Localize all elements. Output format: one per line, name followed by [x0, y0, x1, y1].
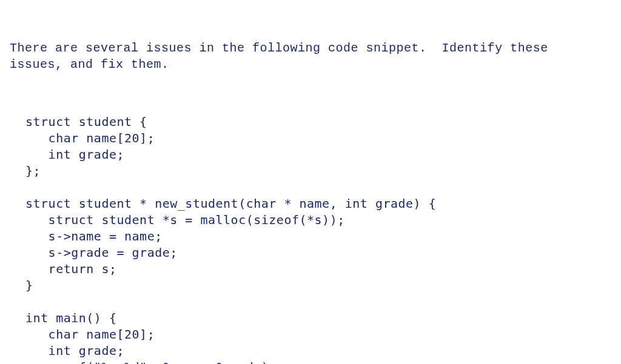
code-line: struct student *s = malloc(sizeof(*s)); — [25, 213, 345, 227]
prompt-line-2: issues, and fix them. — [10, 58, 169, 71]
code-line: return s; — [25, 262, 117, 276]
code-line: s->grade = grade; — [25, 245, 178, 260]
prompt-line-1: There are several issues in the followin… — [10, 41, 548, 55]
page: There are several issues in the followin… — [0, 0, 621, 364]
code-line: char name[20]; — [25, 327, 155, 342]
code-line: } — [25, 278, 33, 293]
code-line: }; — [25, 164, 41, 178]
code-line: s->name = name; — [25, 229, 163, 243]
code-line: int main() { — [25, 311, 117, 325]
code-block: struct student { char name[20]; int grad… — [10, 114, 611, 364]
question-prompt: There are several issues in the followin… — [10, 40, 611, 73]
code-line: scanf("%s %d", &name, &grade); — [25, 360, 277, 364]
code-line: int grade; — [25, 147, 124, 162]
code-line: int grade; — [25, 343, 124, 358]
code-line: struct student * new_student(char * name… — [25, 196, 436, 211]
code-line: struct student { — [25, 114, 147, 129]
code-line: char name[20]; — [25, 131, 155, 145]
